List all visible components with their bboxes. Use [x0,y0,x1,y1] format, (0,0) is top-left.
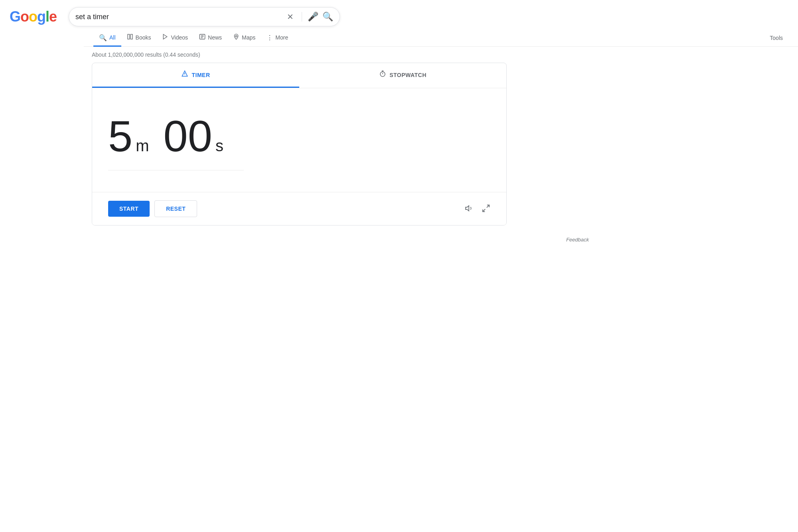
stopwatch-tab-label: STOPWATCH [389,72,427,78]
tab-books-label: Books [136,34,151,41]
search-nav: 🔍 All Books Videos News Maps ⋮ More Tool… [84,26,798,47]
tab-videos-label: Videos [171,34,188,41]
maps-icon [233,34,239,42]
svg-point-7 [235,36,237,37]
all-icon: 🔍 [99,34,107,42]
microphone-icon[interactable]: 🎤 [308,12,318,22]
tab-videos[interactable]: Videos [156,30,194,47]
reset-button[interactable]: RESET [154,200,197,217]
tab-more[interactable]: ⋮ More [261,30,294,47]
timer-minutes-unit: m [136,138,149,154]
fullscreen-icon[interactable] [482,204,490,214]
sound-icon[interactable] [465,204,474,214]
header: Google set a timer ✕ 🎤 🔍 [0,0,798,26]
timer-divider [108,170,244,170]
search-icon[interactable]: 🔍 [322,12,333,22]
logo-letter-e: e [49,8,57,25]
tab-books[interactable]: Books [121,30,157,47]
widget-tab-timer[interactable]: TIMER [92,63,299,88]
more-icon: ⋮ [267,34,273,42]
stopwatch-icon [379,70,386,79]
svg-marker-12 [466,206,469,211]
google-logo: Google [10,8,57,25]
widget-tab-stopwatch[interactable]: STOPWATCH [299,63,506,88]
svg-line-14 [483,209,485,211]
controls-icons [465,204,490,214]
timer-display: 5m 00s [92,88,506,192]
tab-tools[interactable]: Tools [764,31,788,45]
logo-letter-o2: o [29,8,37,25]
feedback-area: Feedback [92,235,598,247]
svg-rect-0 [128,34,130,39]
timer-space [152,114,160,158]
feedback-link[interactable]: Feedback [566,237,589,243]
svg-marker-2 [164,34,167,39]
timer-widget: TIMER STOPWATCH 5m 00s START RESET [92,63,507,225]
timer-seconds-value: 00 [164,114,212,158]
news-icon [199,34,205,42]
logo-letter-l: l [45,8,49,25]
search-bar: set a timer ✕ 🎤 🔍 [69,7,340,26]
tab-all-label: All [109,34,116,41]
books-icon [127,34,133,42]
tab-all[interactable]: 🔍 All [93,30,121,47]
tab-maps[interactable]: Maps [227,30,261,47]
start-button[interactable]: START [108,201,150,217]
tab-more-label: More [275,34,288,41]
timer-seconds-unit: s [215,138,223,154]
widget-tabs: TIMER STOPWATCH [92,63,506,88]
svg-line-13 [487,205,489,207]
search-input[interactable]: set a timer [75,13,280,21]
logo-letter-g: G [10,8,20,25]
results-info: About 1,020,000,000 results (0.44 second… [92,51,788,58]
tab-news[interactable]: News [194,30,227,47]
svg-rect-1 [130,34,132,39]
tab-news-label: News [208,34,222,41]
timer-minutes-value: 5 [108,114,132,158]
videos-icon [162,34,168,42]
timer-time: 5m 00s [108,114,490,158]
logo-letter-o1: o [20,8,29,25]
tab-maps-label: Maps [242,34,255,41]
timer-controls: START RESET [92,192,506,225]
timer-icon [181,70,188,79]
search-divider [302,12,302,22]
logo-letter-g2: g [37,8,45,25]
timer-tab-label: TIMER [192,72,210,78]
clear-icon[interactable]: ✕ [284,13,296,21]
